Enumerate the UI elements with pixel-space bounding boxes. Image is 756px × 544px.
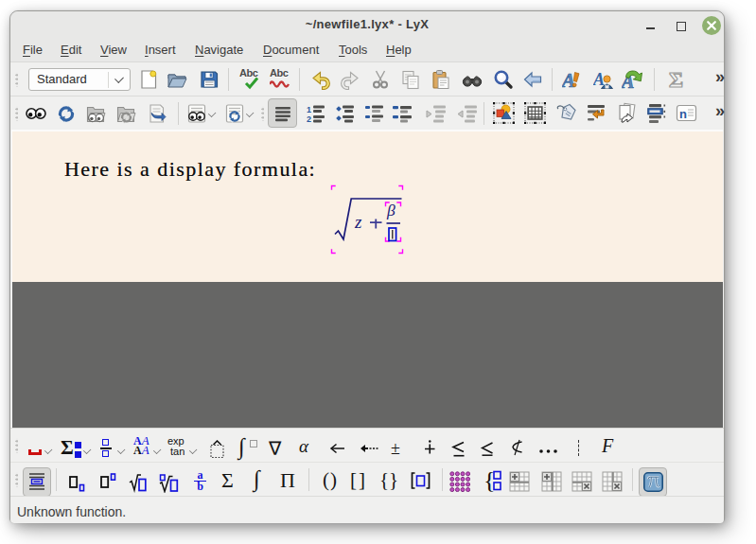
svg-text:z: z: [354, 212, 362, 232]
svg-text:2: 2: [307, 114, 311, 124]
svg-text:n: n: [679, 107, 687, 121]
svg-text:A: A: [562, 69, 575, 90]
svg-text:1: 1: [307, 105, 311, 114]
svg-text:β: β: [386, 201, 396, 219]
svg-text:Σ: Σ: [669, 69, 683, 90]
